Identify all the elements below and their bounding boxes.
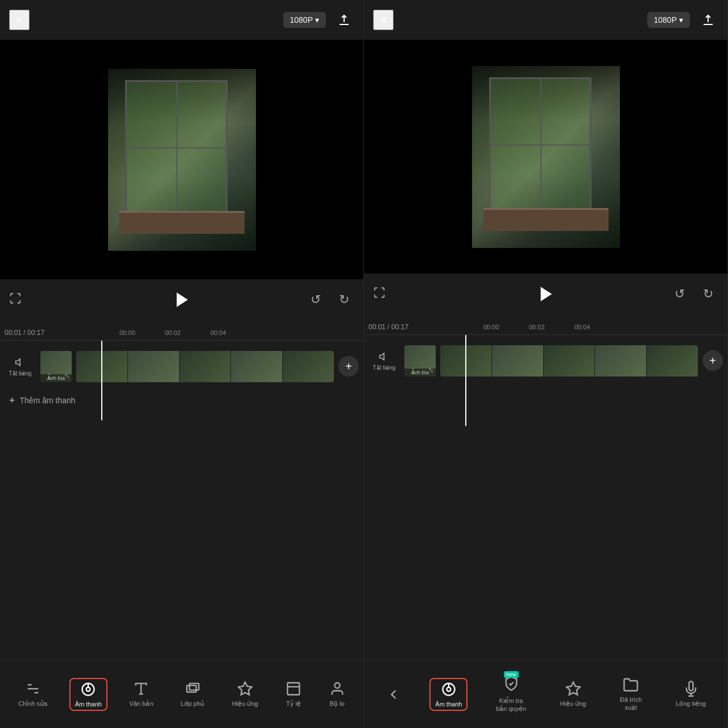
ruler-time-0: 00:00 bbox=[119, 329, 165, 336]
tat-tieng-label: Tắt tiếng bbox=[9, 370, 32, 377]
toolbar-label-kiemtra: Kiểm trabản quyền bbox=[496, 697, 526, 712]
ruler-time-r2: 00:04 bbox=[574, 324, 620, 330]
play-button-right[interactable] bbox=[536, 284, 556, 304]
toolbar-item-hieuung-left[interactable]: Hiệu ứng bbox=[226, 677, 264, 711]
top-bar-right: × 1080P ▾ bbox=[364, 0, 727, 40]
toolbar-item-amthanh-left[interactable]: Âm thanh bbox=[69, 678, 107, 711]
strip-r5 bbox=[647, 345, 698, 377]
toolbar-label-amthanh-left: Âm thanh bbox=[75, 701, 102, 708]
add-clip-button-left[interactable]: + bbox=[338, 356, 359, 377]
upload-button-left[interactable] bbox=[334, 10, 354, 30]
toolbar-item-datrichxuat[interactable]: Đã tríchxuất bbox=[614, 673, 648, 714]
video-frame-left bbox=[108, 69, 256, 251]
timeline-tracks-right: Tắt tiếng ✎ Ảnh bìa + bbox=[364, 335, 727, 426]
toolbar-item-chinhsua[interactable]: Chỉnh sửa bbox=[13, 677, 53, 711]
tat-tieng-label-right: Tắt tiếng bbox=[373, 365, 396, 371]
svg-rect-9 bbox=[189, 684, 198, 690]
resolution-button-right[interactable]: 1080P ▾ bbox=[647, 12, 690, 28]
bottom-toolbar-left: Chỉnh sửa Âm thanh Văn bản Lớp phủ bbox=[0, 660, 363, 728]
controls-bar-right: ↺ ↻ bbox=[364, 274, 727, 315]
timeline-ruler-right: 00:01 / 00:17 00:00 00:02 00:04 bbox=[364, 319, 727, 335]
svg-point-13 bbox=[334, 683, 340, 688]
svg-marker-14 bbox=[541, 288, 550, 300]
playback-controls-right bbox=[536, 284, 556, 304]
undo-button-left[interactable]: ↺ bbox=[305, 289, 326, 310]
video-frame-right bbox=[472, 66, 620, 248]
toolbar-item-longtieng[interactable]: Lồng tiếng bbox=[670, 677, 712, 711]
svg-marker-19 bbox=[566, 682, 580, 694]
strip-4 bbox=[231, 351, 282, 382]
track-row-audio-right: Tắt tiếng ✎ Ảnh bìa + bbox=[364, 341, 727, 380]
toolbar-label-tyle: Tỷ lệ bbox=[286, 700, 301, 708]
toolbar-item-kiemtra[interactable]: New Kiểm trabản quyền bbox=[490, 672, 532, 715]
add-audio-row-left[interactable]: + Thêm âm thanh bbox=[0, 386, 363, 415]
spacer-left bbox=[0, 420, 363, 660]
time-display-right: 00:01 / 00:17 bbox=[369, 323, 408, 331]
resolution-button-left[interactable]: 1080P ▾ bbox=[283, 12, 326, 28]
svg-point-6 bbox=[86, 687, 90, 691]
fullscreen-button-right[interactable] bbox=[373, 287, 386, 302]
redo-button-left[interactable]: ↻ bbox=[334, 289, 354, 310]
fullscreen-button-left[interactable] bbox=[9, 292, 22, 308]
svg-marker-15 bbox=[379, 353, 384, 360]
video-preview-right bbox=[364, 40, 727, 274]
anh-bia-label-right: Ảnh bìa bbox=[404, 369, 436, 377]
svg-rect-11 bbox=[288, 683, 300, 695]
add-audio-plus-icon: + bbox=[9, 395, 15, 407]
ruler-time-r0: 00:00 bbox=[483, 324, 529, 330]
svg-marker-0 bbox=[177, 294, 186, 306]
playback-controls-left bbox=[172, 289, 192, 310]
mute-track-icon-right: Tắt tiếng bbox=[369, 351, 400, 371]
toolbar-item-amthanh-right[interactable]: Âm thanh bbox=[429, 678, 468, 711]
timeline-left: 00:01 / 00:17 00:00 00:02 00:04 Tắt tiến… bbox=[0, 320, 363, 420]
video-strip-left bbox=[76, 351, 334, 382]
top-bar-left: × 1080P ▾ bbox=[0, 0, 363, 40]
ruler-time-r1: 00:02 bbox=[529, 324, 574, 330]
strip-r4 bbox=[595, 345, 646, 377]
toolbar-item-bolo[interactable]: Bộ lo bbox=[324, 677, 351, 711]
time-display-left: 00:01 / 00:17 bbox=[5, 329, 44, 337]
timeline-right: 00:01 / 00:17 00:00 00:02 00:04 Tắt tiến… bbox=[364, 315, 727, 426]
toolbar-label-hieuung-right: Hiệu ứng bbox=[560, 700, 586, 708]
toolbar-item-hieuung-right[interactable]: Hiệu ứng bbox=[555, 677, 592, 711]
cover-thumbnail-right[interactable]: ✎ Ảnh bìa bbox=[404, 345, 436, 377]
toolbar-item-vanban[interactable]: Văn bản bbox=[123, 677, 159, 711]
close-button-right[interactable]: × bbox=[373, 10, 394, 30]
mute-track-icon: Tắt tiếng bbox=[5, 357, 36, 377]
svg-marker-1 bbox=[15, 359, 20, 366]
left-panel: × 1080P ▾ bbox=[0, 0, 364, 728]
toolbar-item-tyle[interactable]: Tỷ lệ bbox=[280, 677, 307, 711]
toolbar-item-lophu[interactable]: Lớp phủ bbox=[175, 677, 210, 711]
spacer-right bbox=[364, 426, 727, 660]
top-right-left: 1080P ▾ bbox=[283, 10, 354, 30]
strip-3 bbox=[180, 351, 231, 382]
svg-marker-10 bbox=[238, 682, 251, 694]
toolbar-label-vanban: Văn bản bbox=[129, 700, 153, 708]
undo-button-right[interactable]: ↺ bbox=[669, 284, 690, 304]
upload-button-right[interactable] bbox=[698, 10, 718, 30]
toolbar-item-back[interactable] bbox=[380, 683, 407, 706]
svg-rect-8 bbox=[187, 685, 196, 692]
strip-5 bbox=[283, 351, 334, 382]
cover-thumbnail-left[interactable]: ✎ Ảnh bìa bbox=[40, 351, 72, 382]
play-button-left[interactable] bbox=[172, 289, 192, 310]
ruler-time-2: 00:04 bbox=[210, 329, 256, 336]
add-clip-button-right[interactable]: + bbox=[702, 350, 723, 371]
anh-bia-label: Ảnh bìa bbox=[40, 374, 72, 382]
video-strip-right bbox=[440, 345, 698, 377]
playhead-left bbox=[101, 341, 102, 420]
timeline-tracks-left: Tắt tiếng ✎ Ảnh bìa + + bbox=[0, 341, 363, 420]
strip-r2 bbox=[492, 345, 543, 377]
video-preview-left bbox=[0, 40, 363, 279]
ruler-time-1: 00:02 bbox=[165, 329, 210, 336]
top-right-right: 1080P ▾ bbox=[647, 10, 718, 30]
toolbar-label-lophu: Lớp phủ bbox=[181, 700, 205, 708]
redo-button-right[interactable]: ↻ bbox=[698, 284, 718, 304]
strip-2 bbox=[128, 351, 179, 382]
toolbar-label-amthanh-right: Âm thanh bbox=[435, 701, 462, 708]
right-panel: × 1080P ▾ bbox=[364, 0, 728, 728]
toolbar-label-hieuung-left: Hiệu ứng bbox=[232, 700, 258, 708]
toolbar-label-longtieng: Lồng tiếng bbox=[676, 700, 706, 708]
controls-bar-left: ↺ ↻ bbox=[0, 279, 363, 320]
close-button-left[interactable]: × bbox=[9, 10, 30, 30]
